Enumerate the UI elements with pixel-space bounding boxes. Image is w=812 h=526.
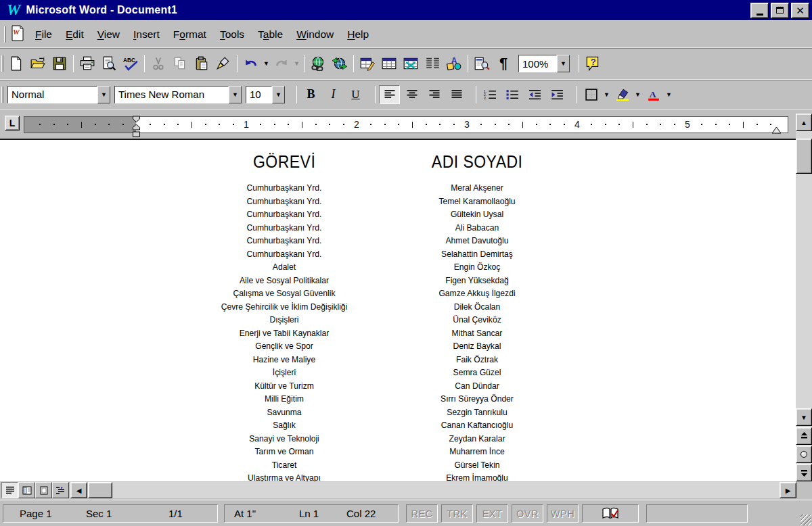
adi-soyadi-item[interactable]: Gürsel Tekin	[385, 459, 569, 473]
tab-stop-selector[interactable]: L	[5, 116, 20, 130]
menu-item[interactable]: View	[91, 26, 127, 43]
adi-soyadi-item[interactable]: Zeydan Karalar	[385, 433, 569, 446]
cut-button[interactable]	[148, 53, 168, 74]
font-size-value[interactable]: 10	[246, 86, 272, 103]
adi-soyadi-item[interactable]: Meral Akşener	[385, 182, 569, 195]
print-preview-button[interactable]	[99, 53, 119, 74]
document-map-button[interactable]	[472, 53, 492, 74]
font-size-dropdown-arrow[interactable]: ▼	[272, 86, 285, 103]
scroll-up-button[interactable]: ▲	[796, 114, 812, 131]
show-hide-paragraph-button[interactable]: ¶	[493, 53, 514, 74]
open-button[interactable]	[28, 53, 48, 74]
menu-item[interactable]: Help	[340, 26, 376, 43]
adi-soyadi-item[interactable]: Mithat Sancar	[385, 327, 569, 341]
insert-hyperlink-button[interactable]	[308, 53, 328, 74]
menu-item[interactable]: Table	[251, 26, 290, 43]
status-mode-button[interactable]: REC	[406, 504, 438, 523]
align-left-button[interactable]	[379, 85, 400, 104]
adi-soyadi-item[interactable]: Ahmet Davutoğlu	[385, 235, 569, 248]
gorevi-item[interactable]: Savunma	[192, 406, 376, 420]
italic-button[interactable]: I	[323, 85, 344, 104]
gorevi-item[interactable]: Cumhurbaşkanı Yrd.	[192, 222, 376, 235]
gorevi-item[interactable]: Çalışma ve Sosyal Güvenlik	[192, 287, 376, 301]
adi-soyadi-item[interactable]: Faik Öztrak	[385, 354, 569, 367]
adi-soyadi-item[interactable]: Temel Karamollaoğlu	[385, 195, 569, 209]
menu-item[interactable]: Edit	[59, 26, 91, 43]
borders-button[interactable]	[581, 85, 602, 104]
horizontal-ruler[interactable]: 12345	[24, 116, 788, 133]
font-value[interactable]: Times New Roman	[114, 86, 229, 103]
align-center-button[interactable]	[401, 85, 422, 104]
title-bar[interactable]: W Microsoft Word - Document1 ✕	[0, 0, 812, 20]
spelling-status-panel[interactable]	[582, 504, 639, 523]
zoom-combo[interactable]: 100% ▼	[518, 55, 570, 72]
horizontal-scrollbar-track[interactable]	[87, 482, 780, 498]
paste-button[interactable]	[191, 53, 212, 74]
menu-item[interactable]: File	[28, 26, 59, 43]
highlight-button[interactable]	[612, 85, 633, 104]
select-browse-object-button[interactable]	[796, 446, 812, 463]
font-dropdown-arrow[interactable]: ▼	[229, 86, 242, 103]
adi-soyadi-item[interactable]: Figen Yüksekdağ	[385, 274, 569, 288]
gorevi-item[interactable]: Hazine ve Maliye	[192, 354, 376, 367]
font-color-dropdown-arrow[interactable]: ▼	[664, 85, 673, 105]
resize-grip[interactable]	[800, 515, 811, 525]
scroll-down-button[interactable]: ▼	[796, 408, 812, 426]
status-mode-button[interactable]: EXT	[476, 504, 508, 523]
new-document-button[interactable]	[6, 53, 26, 74]
gorevi-item[interactable]: Gençlik ve Spor	[192, 340, 376, 354]
status-mode-button[interactable]: TRK	[441, 504, 473, 523]
vertical-scrollbar[interactable]: ▲ ▼	[796, 114, 812, 481]
spelling-button[interactable]: ABC	[120, 53, 141, 74]
standard-toolbar-drag-handle[interactable]	[1, 55, 3, 72]
adi-soyadi-item[interactable]: Muharrem İnce	[385, 446, 569, 459]
style-combo[interactable]: Normal ▼	[7, 86, 110, 103]
insert-table-button[interactable]	[379, 53, 399, 74]
adi-soyadi-item[interactable]: Selahattin Demirtaş	[385, 248, 569, 262]
gorevi-item[interactable]: Kültür ve Turizm	[192, 380, 376, 393]
outline-view-button[interactable]	[52, 482, 69, 498]
adi-soyadi-item[interactable]: Engin Özkoç	[385, 261, 569, 274]
redo-dropdown-arrow[interactable]: ▼	[292, 53, 301, 74]
adi-soyadi-item[interactable]: Semra Güzel	[385, 366, 569, 380]
gorevi-item[interactable]: Cumhurbaşkanı Yrd.	[192, 235, 376, 248]
menu-item[interactable]: Window	[290, 26, 340, 43]
tables-and-borders-button[interactable]	[357, 53, 378, 74]
gorevi-item[interactable]: Çevre Şehircilik ve İklim Değişikliği	[192, 301, 376, 314]
decrease-indent-button[interactable]	[524, 85, 545, 104]
print-button[interactable]	[77, 53, 97, 74]
gorevi-item[interactable]: Enerji ve Tabii Kaynaklar	[192, 327, 376, 341]
normal-view-button[interactable]	[1, 482, 18, 498]
adi-soyadi-item[interactable]: Can Dündar	[385, 380, 569, 393]
status-mode-button[interactable]: OVR	[512, 504, 543, 523]
highlight-dropdown-arrow[interactable]: ▼	[633, 85, 642, 105]
menu-item[interactable]: Insert	[127, 26, 166, 43]
formatting-toolbar-drag-handle[interactable]	[1, 87, 3, 103]
bold-button[interactable]: B	[300, 85, 321, 104]
indent-markers[interactable]	[132, 116, 141, 141]
redo-button[interactable]	[271, 53, 292, 74]
gorevi-item[interactable]: Milli Eğitim	[192, 393, 376, 406]
copy-button[interactable]	[170, 53, 190, 74]
gorevi-item[interactable]: Cumhurbaşkanı Yrd.	[192, 208, 376, 222]
undo-button[interactable]	[241, 53, 261, 74]
font-combo[interactable]: Times New Roman ▼	[114, 86, 242, 103]
zoom-value[interactable]: 100%	[518, 55, 557, 72]
scroll-right-button[interactable]: ▶	[780, 482, 796, 498]
horizontal-scrollbar-thumb[interactable]	[88, 482, 112, 498]
gorevi-item[interactable]: Aile ve Sosyal Politikalar	[192, 274, 376, 288]
adi-soyadi-item[interactable]: Ali Babacan	[385, 222, 569, 235]
borders-dropdown-arrow[interactable]: ▼	[602, 85, 611, 105]
bullets-button[interactable]	[502, 85, 523, 104]
gorevi-item[interactable]: Ticaret	[192, 459, 376, 473]
gorevi-item[interactable]: Tarım ve Orman	[192, 446, 376, 459]
next-page-button[interactable]	[796, 464, 812, 481]
gorevi-item[interactable]: Cumhurbaşkanı Yrd.	[192, 195, 376, 209]
vertical-scrollbar-thumb[interactable]	[796, 139, 812, 174]
adi-soyadi-item[interactable]: Deniz Baykal	[385, 340, 569, 354]
web-layout-view-button[interactable]	[18, 482, 35, 498]
insert-excel-worksheet-button[interactable]	[401, 53, 421, 74]
underline-button[interactable]: U	[345, 85, 366, 104]
print-layout-view-button[interactable]	[35, 482, 52, 498]
gorevi-item[interactable]: İçişleri	[192, 366, 376, 380]
